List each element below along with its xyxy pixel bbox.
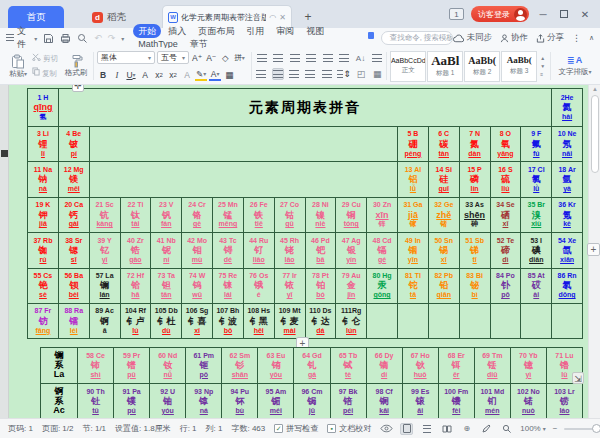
align-left-icon[interactable]: [255, 68, 267, 80]
style-item-标题 3[interactable]: AaBb(标题 3: [501, 51, 537, 82]
menu-tab-审阅[interactable]: 审阅: [271, 24, 299, 38]
grow-font-button[interactable]: A⁺: [191, 51, 203, 64]
vertical-scrollbar[interactable]: ▲ +: [588, 85, 600, 418]
borders-icon[interactable]: ▦: [371, 68, 383, 80]
underline-button[interactable]: U▾: [125, 68, 137, 81]
clear-format-button[interactable]: ◇: [219, 51, 231, 64]
bullets-icon[interactable]: [255, 52, 268, 64]
element-cell-111Rg[interactable]: 111Rg钅仑lún: [336, 304, 367, 339]
element-cell-50Sn[interactable]: 50 Sn锡xī: [429, 233, 460, 268]
element-cell-36Kr[interactable]: 36 Kr氪kè: [552, 198, 583, 233]
element-cell-67Ho[interactable]: 67 Ho钬huǒ: [403, 348, 439, 384]
more-commands-icon[interactable]: ▾: [121, 35, 124, 42]
element-cell-29Cu[interactable]: 29 Cu铜tóng: [336, 198, 367, 233]
paste-button[interactable]: 粘贴▾: [4, 50, 32, 82]
bold-button[interactable]: B: [97, 68, 109, 81]
subscript-button[interactable]: x2: [167, 68, 179, 81]
style-item-标题 2[interactable]: AaBb(标题 2: [464, 51, 500, 82]
fit-page-icon[interactable]: [500, 423, 513, 435]
element-cell-4Be[interactable]: 4 Be铍pí: [59, 127, 90, 162]
element-cell-54Xe[interactable]: 54 Xe氙xiān: [552, 233, 583, 268]
table-resize-handle[interactable]: ⇲: [572, 372, 584, 384]
element-cell-106Sg[interactable]: 106 Sg钅喜xǐ: [182, 304, 213, 339]
redo-icon[interactable]: ↷: [108, 33, 116, 43]
increase-indent-icon[interactable]: [321, 52, 334, 64]
element-cell-11Na[interactable]: 11 Na钠nà: [28, 162, 59, 197]
read-mode-icon[interactable]: [440, 423, 453, 435]
element-cell-48Cd[interactable]: 48 Cd镉gé: [367, 233, 398, 268]
element-cell-3Li[interactable]: 3 Li锂lǐ: [28, 127, 59, 162]
element-cell-84Po[interactable]: 84 Po钋pō: [491, 269, 522, 304]
menu-tab-视图[interactable]: 视图: [301, 24, 329, 38]
align-center-icon[interactable]: [272, 68, 285, 80]
element-cell-80Hg[interactable]: 80 Hg汞gǒng: [367, 269, 398, 304]
element-cell-77Ir[interactable]: 77 Ir铱yī: [275, 269, 306, 304]
undo-icon[interactable]: ↶: [94, 33, 102, 43]
element-cell-68Er[interactable]: 68 Er铒ěr: [439, 348, 475, 384]
empty-cell[interactable]: [521, 304, 552, 339]
element-cell-65Tb[interactable]: 65 Tb铽tè: [331, 348, 367, 384]
element-cell-85At[interactable]: 85 At砹ài: [521, 269, 552, 304]
outline-view-icon[interactable]: [420, 423, 433, 435]
element-cell-92U[interactable]: 92 U铀yóu: [150, 384, 186, 418]
empty-cell[interactable]: [491, 304, 522, 339]
ruler-marker[interactable]: [1, 150, 8, 157]
element-cell-1H[interactable]: 1 Hqīng氢: [28, 89, 59, 127]
element-cell-41Nb[interactable]: 41 Nb铌ní: [151, 233, 182, 268]
char-shading-button[interactable]: ▦: [223, 68, 235, 81]
notification-badge[interactable]: 1: [449, 8, 464, 20]
element-cell-18Ar[interactable]: 18 Ar氩yà: [552, 162, 583, 197]
element-cell-78Pt[interactable]: 78 Pt铂bó: [306, 269, 337, 304]
element-cell-8O[interactable]: 8 O氧yǎng: [491, 127, 522, 162]
element-cell-72Hf[interactable]: 72 Hf铪hā: [121, 269, 152, 304]
table-move-handle[interactable]: ✛: [72, 85, 84, 92]
collaborate-button[interactable]: 协作: [500, 32, 528, 44]
text-direction-icon[interactable]: [338, 52, 351, 64]
element-cell-33As[interactable]: 33 Asshēn砷: [460, 198, 491, 233]
element-cell-56Ba[interactable]: 56 Ba钡bèi: [59, 269, 90, 304]
element-cell-58Ce[interactable]: 58 Ce铈shì: [78, 348, 114, 384]
element-cell-14Si[interactable]: 14 Si硅guī: [429, 162, 460, 197]
collapse-ribbon-icon[interactable]: ∧: [589, 34, 594, 42]
periodic-table[interactable]: ✛ 1 Hqīng氢元素周期表拼音2He氦hài3 Li锂lǐ4 Be铍pí5 …: [27, 88, 583, 339]
element-cell-53I[interactable]: 53 I碘diǎn: [521, 233, 552, 268]
tab-docer[interactable]: d 稻壳: [78, 6, 140, 28]
element-cell-100Fm[interactable]: 100 Fm镄fèi: [439, 384, 475, 418]
element-cell-17Cl[interactable]: 17 Cl氯lǜ: [521, 162, 552, 197]
font-size-select[interactable]: 五号▾: [157, 51, 189, 64]
text-layout-button[interactable]: ≣A 文字排版▾: [554, 50, 596, 82]
page-view-icon[interactable]: [400, 423, 413, 435]
empty-cell[interactable]: [367, 304, 398, 339]
gallery-up-icon[interactable]: ▲: [540, 55, 545, 61]
element-cell-110Ds[interactable]: 110 Ds钅达dá: [306, 304, 337, 339]
element-cell-25Mn[interactable]: 25 Mn锰měng: [213, 198, 244, 233]
tab-bubble-icon[interactable]: ◠: [269, 13, 276, 22]
element-cell-87Fr[interactable]: 87 Fr钫fāng: [28, 304, 59, 339]
status-item[interactable]: 页面: 1/2: [42, 423, 74, 434]
gallery-more-icon[interactable]: ≡: [540, 71, 545, 77]
status-item[interactable]: 节: 1/1: [82, 423, 106, 434]
actinide-header[interactable]: 锕系Ac: [41, 384, 78, 418]
element-cell-46Pd[interactable]: 46 Pd钯bǎ: [306, 233, 337, 268]
element-cell-5B[interactable]: 5 B硼péng: [398, 127, 429, 162]
zoom-slider[interactable]: [564, 428, 600, 430]
element-cell-19K[interactable]: 19 K钾jiǎ: [28, 198, 59, 233]
empty-cell[interactable]: [90, 127, 398, 162]
element-cell-47Ag[interactable]: 47 Ag银yín: [336, 233, 367, 268]
char-border-button[interactable]: A: [139, 68, 151, 81]
sort-icon[interactable]: A↓: [354, 52, 367, 64]
font-name-select[interactable]: 黑体▾: [97, 51, 155, 64]
close-button[interactable]: ✕: [578, 7, 592, 21]
share-button[interactable]: 分享: [536, 32, 564, 44]
element-cell-98Cf[interactable]: 98 Cf锎kāi: [367, 384, 403, 418]
element-cell-96Cm[interactable]: 96 Cm锔jū: [294, 384, 330, 418]
font-color-button[interactable]: A▾: [209, 68, 221, 81]
eye-protection-icon[interactable]: [380, 424, 393, 433]
status-item[interactable]: 列: 1: [206, 423, 223, 434]
zoom-level[interactable]: 100%▾: [520, 424, 545, 433]
shading-icon[interactable]: ◰: [355, 68, 367, 80]
zoom-out-button[interactable]: −: [553, 424, 558, 433]
element-cell-104Rf[interactable]: 104 Rf钅卢lú: [121, 304, 152, 339]
element-cell-44Ru[interactable]: 44 Ru钌liǎo: [244, 233, 275, 268]
gallery-down-icon[interactable]: ▼: [540, 63, 545, 69]
